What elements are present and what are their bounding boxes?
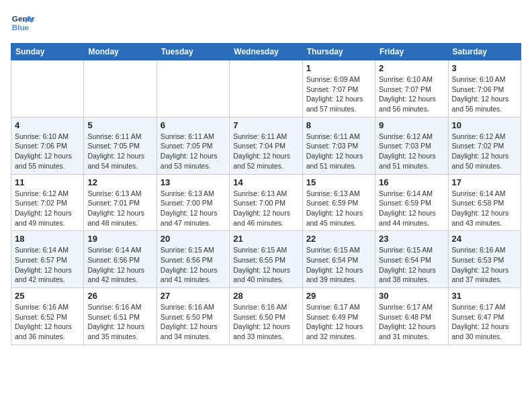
day-number: 15 [306, 177, 371, 187]
calendar-cell: 24Sunrise: 6:16 AM Sunset: 6:53 PM Dayli… [448, 231, 521, 288]
calendar-week-row: 25Sunrise: 6:16 AM Sunset: 6:52 PM Dayli… [11, 288, 521, 345]
day-info: Sunrise: 6:10 AM Sunset: 7:07 PM Dayligh… [379, 75, 444, 114]
day-number: 31 [452, 291, 517, 301]
calendar-cell: 17Sunrise: 6:14 AM Sunset: 6:58 PM Dayli… [448, 174, 521, 231]
day-number: 17 [452, 177, 517, 187]
day-number: 28 [233, 291, 298, 301]
day-info: Sunrise: 6:16 AM Sunset: 6:50 PM Dayligh… [161, 302, 226, 342]
calendar-cell: 1Sunrise: 6:09 AM Sunset: 7:07 PM Daylig… [302, 60, 375, 118]
column-header-sunday: Sunday [11, 44, 84, 60]
day-number: 27 [161, 291, 226, 301]
column-header-tuesday: Tuesday [157, 44, 229, 60]
day-number: 5 [87, 120, 152, 130]
day-number: 4 [15, 120, 80, 130]
day-info: Sunrise: 6:17 AM Sunset: 6:48 PM Dayligh… [379, 302, 444, 342]
calendar-cell: 7Sunrise: 6:11 AM Sunset: 7:04 PM Daylig… [230, 117, 302, 174]
day-info: Sunrise: 6:17 AM Sunset: 6:49 PM Dayligh… [306, 302, 371, 342]
day-number: 22 [306, 234, 371, 244]
logo-icon: General Blue [11, 11, 35, 35]
day-number: 6 [161, 120, 226, 130]
day-info: Sunrise: 6:16 AM Sunset: 6:52 PM Dayligh… [15, 302, 80, 342]
day-number: 30 [379, 291, 444, 301]
day-info: Sunrise: 6:17 AM Sunset: 6:47 PM Dayligh… [452, 302, 517, 342]
calendar-table: SundayMondayTuesdayWednesdayThursdayFrid… [11, 43, 521, 345]
calendar-cell: 13Sunrise: 6:13 AM Sunset: 7:00 PM Dayli… [157, 174, 229, 231]
day-info: Sunrise: 6:14 AM Sunset: 6:56 PM Dayligh… [87, 245, 152, 285]
day-info: Sunrise: 6:11 AM Sunset: 7:05 PM Dayligh… [161, 132, 226, 171]
calendar-cell: 15Sunrise: 6:13 AM Sunset: 6:59 PM Dayli… [302, 174, 375, 231]
day-info: Sunrise: 6:16 AM Sunset: 6:53 PM Dayligh… [452, 245, 517, 285]
day-info: Sunrise: 6:14 AM Sunset: 6:57 PM Dayligh… [15, 245, 80, 285]
day-info: Sunrise: 6:12 AM Sunset: 7:02 PM Dayligh… [15, 189, 80, 228]
day-info: Sunrise: 6:15 AM Sunset: 6:56 PM Dayligh… [161, 245, 226, 285]
calendar-week-row: 1Sunrise: 6:09 AM Sunset: 7:07 PM Daylig… [11, 60, 521, 118]
day-number: 3 [452, 63, 517, 73]
day-number: 19 [87, 234, 152, 244]
calendar-cell: 31Sunrise: 6:17 AM Sunset: 6:47 PM Dayli… [448, 288, 521, 345]
day-number: 11 [15, 177, 80, 187]
calendar-cell: 22Sunrise: 6:15 AM Sunset: 6:54 PM Dayli… [302, 231, 375, 288]
calendar-header-row: SundayMondayTuesdayWednesdayThursdayFrid… [11, 44, 521, 60]
calendar-cell [84, 60, 157, 118]
day-info: Sunrise: 6:13 AM Sunset: 7:01 PM Dayligh… [87, 189, 152, 228]
calendar-cell: 26Sunrise: 6:16 AM Sunset: 6:51 PM Dayli… [84, 288, 157, 345]
page-header: General Blue [11, 11, 521, 35]
day-info: Sunrise: 6:11 AM Sunset: 7:04 PM Dayligh… [233, 132, 298, 171]
calendar-cell: 16Sunrise: 6:14 AM Sunset: 6:59 PM Dayli… [375, 174, 448, 231]
day-number: 1 [306, 63, 371, 73]
column-header-saturday: Saturday [448, 44, 521, 60]
calendar-cell: 11Sunrise: 6:12 AM Sunset: 7:02 PM Dayli… [11, 174, 84, 231]
day-number: 13 [161, 177, 226, 187]
calendar-cell: 8Sunrise: 6:11 AM Sunset: 7:03 PM Daylig… [302, 117, 375, 174]
day-info: Sunrise: 6:13 AM Sunset: 6:59 PM Dayligh… [306, 189, 371, 228]
calendar-week-row: 18Sunrise: 6:14 AM Sunset: 6:57 PM Dayli… [11, 231, 521, 288]
column-header-thursday: Thursday [302, 44, 375, 60]
calendar-cell: 19Sunrise: 6:14 AM Sunset: 6:56 PM Dayli… [84, 231, 157, 288]
day-number: 26 [87, 291, 152, 301]
day-info: Sunrise: 6:15 AM Sunset: 6:54 PM Dayligh… [379, 245, 444, 285]
calendar-cell [157, 60, 229, 118]
day-number: 2 [379, 63, 444, 73]
calendar-cell: 20Sunrise: 6:15 AM Sunset: 6:56 PM Dayli… [157, 231, 229, 288]
calendar-cell: 3Sunrise: 6:10 AM Sunset: 7:06 PM Daylig… [448, 60, 521, 118]
day-info: Sunrise: 6:16 AM Sunset: 6:51 PM Dayligh… [87, 302, 152, 342]
day-info: Sunrise: 6:10 AM Sunset: 7:06 PM Dayligh… [15, 132, 80, 171]
day-number: 29 [306, 291, 371, 301]
day-number: 8 [306, 120, 371, 130]
calendar-cell: 4Sunrise: 6:10 AM Sunset: 7:06 PM Daylig… [11, 117, 84, 174]
day-info: Sunrise: 6:09 AM Sunset: 7:07 PM Dayligh… [306, 75, 371, 114]
day-info: Sunrise: 6:16 AM Sunset: 6:50 PM Dayligh… [233, 302, 298, 342]
day-info: Sunrise: 6:11 AM Sunset: 7:05 PM Dayligh… [87, 132, 152, 171]
day-number: 10 [452, 120, 517, 130]
day-number: 21 [233, 234, 298, 244]
day-number: 20 [161, 234, 226, 244]
day-number: 18 [15, 234, 80, 244]
day-info: Sunrise: 6:10 AM Sunset: 7:06 PM Dayligh… [452, 75, 517, 114]
calendar-week-row: 4Sunrise: 6:10 AM Sunset: 7:06 PM Daylig… [11, 117, 521, 174]
calendar-cell: 12Sunrise: 6:13 AM Sunset: 7:01 PM Dayli… [84, 174, 157, 231]
calendar-cell [11, 60, 84, 118]
day-info: Sunrise: 6:15 AM Sunset: 6:55 PM Dayligh… [233, 245, 298, 285]
calendar-week-row: 11Sunrise: 6:12 AM Sunset: 7:02 PM Dayli… [11, 174, 521, 231]
day-info: Sunrise: 6:14 AM Sunset: 6:58 PM Dayligh… [452, 189, 517, 228]
column-header-monday: Monday [84, 44, 157, 60]
day-number: 14 [233, 177, 298, 187]
calendar-cell [230, 60, 302, 118]
day-number: 24 [452, 234, 517, 244]
calendar-cell: 2Sunrise: 6:10 AM Sunset: 7:07 PM Daylig… [375, 60, 448, 118]
day-number: 16 [379, 177, 444, 187]
calendar-cell: 28Sunrise: 6:16 AM Sunset: 6:50 PM Dayli… [230, 288, 302, 345]
day-number: 7 [233, 120, 298, 130]
calendar-cell: 29Sunrise: 6:17 AM Sunset: 6:49 PM Dayli… [302, 288, 375, 345]
calendar-cell: 23Sunrise: 6:15 AM Sunset: 6:54 PM Dayli… [375, 231, 448, 288]
day-info: Sunrise: 6:11 AM Sunset: 7:03 PM Dayligh… [306, 132, 371, 171]
calendar-cell: 9Sunrise: 6:12 AM Sunset: 7:03 PM Daylig… [375, 117, 448, 174]
calendar-cell: 14Sunrise: 6:13 AM Sunset: 7:00 PM Dayli… [230, 174, 302, 231]
calendar-cell: 25Sunrise: 6:16 AM Sunset: 6:52 PM Dayli… [11, 288, 84, 345]
calendar-cell: 21Sunrise: 6:15 AM Sunset: 6:55 PM Dayli… [230, 231, 302, 288]
logo: General Blue [11, 11, 39, 35]
day-number: 23 [379, 234, 444, 244]
column-header-wednesday: Wednesday [230, 44, 302, 60]
calendar-cell: 5Sunrise: 6:11 AM Sunset: 7:05 PM Daylig… [84, 117, 157, 174]
calendar-cell: 6Sunrise: 6:11 AM Sunset: 7:05 PM Daylig… [157, 117, 229, 174]
